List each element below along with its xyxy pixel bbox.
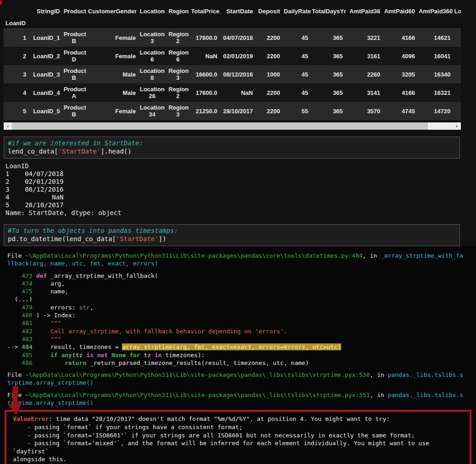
- table-cell: 16340: [417, 65, 453, 83]
- column-header: CustomerGender: [86, 4, 138, 18]
- traceback-line: llback(arg, name, utc, fmt, exact, error…: [7, 260, 476, 267]
- table-cell: Region 6: [166, 47, 189, 65]
- traceback-area: File ~\AppData\Local\Programs\Python\Pyt…: [0, 246, 476, 464]
- column-header: DailyRate: [282, 4, 310, 18]
- column-header: Region: [166, 4, 189, 18]
- horizontal-scrollbar[interactable]: ‹ ›: [4, 122, 461, 130]
- table-cell: Region 2: [166, 28, 189, 47]
- scroll-left-button[interactable]: ‹: [4, 122, 12, 130]
- column-header: TotalDaysYr: [310, 4, 345, 18]
- table-cell: [453, 65, 461, 83]
- column-header: Product: [62, 4, 86, 18]
- column-header: TotalPrice: [189, 4, 219, 18]
- notebook-area: StringIDProductCustomerGenderLocationReg…: [0, 0, 476, 246]
- table-cell: 14720: [417, 102, 453, 120]
- code-cell-2[interactable]: #To turn the objects into pandas timesta…: [4, 224, 460, 246]
- index-header: [4, 4, 28, 18]
- table-cell: 365: [310, 83, 345, 102]
- error-message-line: alongside this.: [13, 455, 466, 464]
- table-cell: LoanID_5: [28, 102, 62, 120]
- table-cell: 45: [282, 83, 310, 102]
- table-header-row: StringIDProductCustomerGenderLocationReg…: [4, 4, 461, 18]
- table-cell: 2260: [345, 65, 382, 83]
- table-cell: 2200: [255, 102, 282, 120]
- code-comment: #if we are interested in StartDate:: [8, 139, 456, 147]
- table-cell: 4: [4, 83, 28, 102]
- table-cell: 17600.0: [189, 83, 219, 102]
- traceback-line: File ~\AppData\Local\Programs\Python\Pyt…: [7, 371, 476, 379]
- table-cell: LoanID_4: [28, 83, 62, 102]
- traceback-line: File ~\AppData\Local\Programs\Python\Pyt…: [7, 391, 476, 399]
- table-row: 4LoanID_4Product AMaleLocation 26Region …: [4, 83, 461, 102]
- table-cell: Location 8: [138, 65, 166, 83]
- table-cell: 02/01/2019: [219, 47, 255, 65]
- table-cell: Product A: [62, 83, 86, 102]
- traceback-line: 480 ) -> Index:: [7, 311, 476, 319]
- table-cell: 45: [282, 47, 310, 65]
- table-cell: Male: [86, 65, 138, 83]
- traceback-line: File ~\AppData\Local\Programs\Python\Pyt…: [7, 252, 476, 260]
- table-cell: 365: [310, 28, 345, 47]
- table-cell: Location 3: [138, 28, 166, 47]
- error-message-line: - passing `format='ISO8601'` if your str…: [13, 431, 466, 440]
- traceback-line: 473 def _array_strptime_with_fallback(: [7, 272, 476, 280]
- series-output: LoanID 1 04/07/2018 2 02/01/2019 3 08/12…: [6, 162, 476, 217]
- table-row: 3LoanID_3Product BMaleLocation 8Region 3…: [4, 65, 461, 83]
- table-cell: 3570: [345, 102, 382, 120]
- scrollbar-track[interactable]: [428, 122, 453, 130]
- table-cell: Product B: [62, 102, 86, 120]
- table-cell: LoanID_3: [28, 65, 62, 83]
- index-name-label: LoanID: [4, 18, 28, 28]
- table-cell: 5: [4, 102, 28, 120]
- table-cell: Female: [86, 47, 138, 65]
- traceback-line: 486 return _return_parsed_timezone_resul…: [7, 359, 476, 367]
- table-cell: 2200: [255, 83, 282, 102]
- table-cell: 45: [282, 65, 310, 83]
- scroll-right-button[interactable]: ›: [453, 122, 461, 130]
- value-error-box: ValueError: time data "28/10/2017" doesn…: [5, 410, 471, 464]
- table-cell: Location 34: [138, 102, 166, 120]
- code-cell-1[interactable]: #if we are interested in StartDate: lend…: [4, 137, 460, 159]
- traceback-line: (...): [7, 295, 476, 303]
- table-row: 1LoanID_1Product BFemaleLocation 3Region…: [4, 28, 461, 47]
- table-cell: 16041: [417, 47, 453, 65]
- table-cell: Location 26: [138, 83, 166, 102]
- table-cell: 14621: [417, 28, 453, 47]
- table-cell: 55: [282, 102, 310, 120]
- table-cell: 08/12/2016: [219, 65, 255, 83]
- column-header: Lo: [453, 4, 461, 18]
- table-row: 2LoanID_2Product DFemaleLocation 6Region…: [4, 47, 461, 65]
- dataframe-table: StringIDProductCustomerGenderLocationReg…: [4, 4, 461, 120]
- table-cell: 3: [4, 65, 28, 83]
- table-row: 5LoanID_5Product BFemaleLocation 34Regio…: [4, 102, 461, 120]
- traceback-line: [7, 367, 476, 371]
- column-header: AmtPaid60: [382, 4, 417, 18]
- column-header: StringID: [28, 4, 62, 18]
- error-message-line: - passing `format` if your strings have …: [13, 423, 466, 431]
- table-cell: 3221: [345, 28, 382, 47]
- table-cell: [453, 47, 461, 65]
- traceback-line: 475 name,: [7, 287, 476, 295]
- table-cell: 4166: [382, 28, 417, 47]
- traceback-line: --> 484 result, timezones = array_strpti…: [7, 343, 476, 351]
- table-cell: 45: [282, 28, 310, 47]
- column-header: AmtPaid360: [417, 4, 453, 18]
- table-cell: Female: [86, 28, 138, 47]
- table-cell: 21250.0: [189, 102, 219, 120]
- table-cell: 04/07/2018: [219, 28, 255, 47]
- table-cell: 2: [4, 47, 28, 65]
- table-index-name-row: LoanID: [4, 18, 461, 28]
- table-cell: 16321: [417, 83, 453, 102]
- table-cell: 28/10/2017: [219, 102, 255, 120]
- dataframe-output: StringIDProductCustomerGenderLocationReg…: [4, 4, 461, 120]
- scrollbar-thumb[interactable]: [12, 122, 428, 130]
- table-cell: 1000: [255, 65, 282, 83]
- table-cell: NaN: [189, 47, 219, 65]
- table-cell: Region 3: [166, 102, 189, 120]
- traceback-line: 483 """: [7, 335, 476, 343]
- table-cell: 365: [310, 65, 345, 83]
- table-cell: 365: [310, 47, 345, 65]
- table-cell: 3161: [345, 47, 382, 65]
- table-cell: Region 3: [166, 65, 189, 83]
- error-message-line: - passing `format='mixed'`, and the form…: [13, 439, 466, 455]
